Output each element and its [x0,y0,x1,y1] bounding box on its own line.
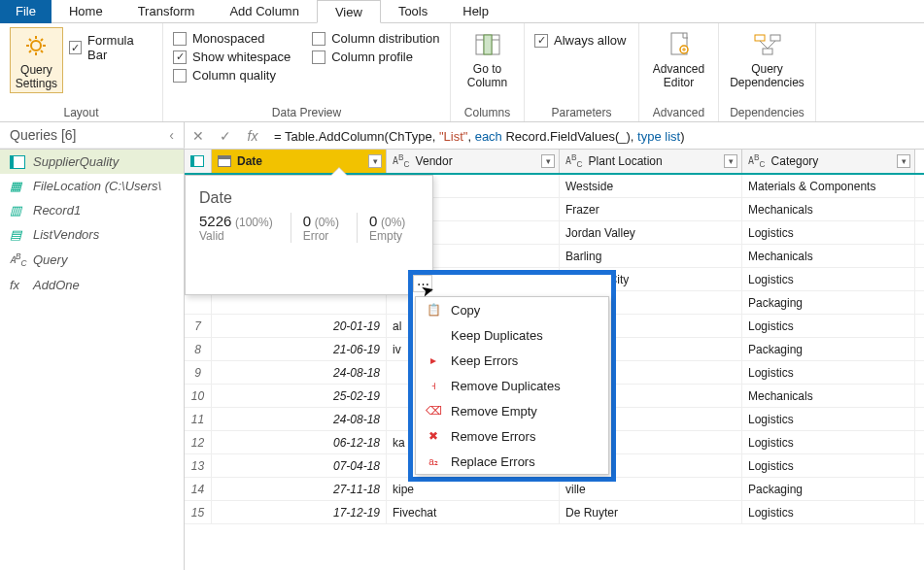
query-item-record1[interactable]: ▥Record1 [0,198,184,222]
advanced-editor-button[interactable]: Advanced Editor [649,27,708,91]
record-icon: ▥ [10,203,25,218]
cell-category: Packaging [742,291,915,314]
query-dependencies-button[interactable]: Query Dependencies [729,27,805,91]
always-allow-checkbox[interactable]: Always allow [534,33,629,48]
filter-dropdown-icon[interactable]: ▾ [541,154,555,168]
query-item-supplierquality[interactable]: SupplierQuality [0,150,184,174]
menu-copy[interactable]: 📋Copy [416,297,608,322]
tab-help[interactable]: Help [445,0,506,23]
menu-label: Remove Errors [451,429,535,444]
column-header-plant[interactable]: ABC Plant Location ▾ [560,150,742,173]
context-menu: 📋Copy Keep Duplicates ▸Keep Errors ⫞Remo… [415,296,609,475]
menu-label: Remove Empty [451,404,537,419]
table-icon [10,155,25,169]
context-menu-highlight: ⋯ 📋Copy Keep Duplicates ▸Keep Errors ⫞Re… [408,270,616,482]
monospaced-checkbox[interactable]: Monospaced [173,31,291,46]
filter-dropdown-icon[interactable]: ▾ [724,154,737,168]
column-header-label: Category [771,154,819,168]
data-grid: Date ▾ ABC Vendor ▾ ABC Plant Location ▾… [185,150,924,570]
menu-keep-duplicates[interactable]: Keep Duplicates [416,322,608,348]
menu-remove-duplicates[interactable]: ⫞Remove Duplicates [416,373,608,398]
tooltip-title: Date [199,189,419,207]
cell-date: 20-01-19 [212,315,387,337]
menu-remove-empty[interactable]: ⌫Remove Empty [416,398,608,423]
query-item-query[interactable]: ABCQuery [0,247,184,273]
svg-rect-20 [763,49,772,54]
row-number: 7 [185,315,212,337]
row-number: 13 [185,454,212,477]
svg-line-6 [41,50,43,52]
gear-icon [20,30,51,61]
document-icon [664,29,695,60]
menu-label: Keep Duplicates [451,328,543,343]
tab-home[interactable]: Home [51,0,120,23]
table-row[interactable]: 1517-12-19FivechatDe RuyterLogistics [185,501,924,524]
row-header[interactable] [185,150,212,173]
column-header-label: Vendor [416,154,453,168]
collapse-queries-icon[interactable]: ‹ [169,127,174,143]
column-header-vendor[interactable]: ABC Vendor ▾ [387,150,560,173]
query-settings-button[interactable]: Query Settings [10,27,63,93]
filter-dropdown-icon[interactable]: ▾ [368,154,382,168]
column-profile-checkbox[interactable]: Column profile [312,50,439,64]
abc-icon: ABC [10,251,25,268]
remove-errors-icon: ✖ [426,428,441,444]
row-number: 9 [185,361,212,384]
column-header-category[interactable]: ABC Category ▾ [742,150,915,173]
query-item-addone[interactable]: fxAddOne [0,273,184,297]
formula-text[interactable]: = Table.AddColumn(ChType, "List", each R… [266,129,924,144]
column-distribution-label: Column distribution [331,31,439,46]
formula-bar-checkbox[interactable]: Formula Bar [69,33,153,62]
menu-replace-errors[interactable]: a₂Replace Errors [416,449,608,474]
remove-empty-icon: ⌫ [426,403,441,419]
cell-plant: Frazer [560,198,742,220]
query-item-label: AddOne [33,278,80,292]
cell-date: 07-04-18 [212,454,387,477]
query-item-listvendors[interactable]: ▤ListVendors [0,222,184,247]
row-number: 8 [185,338,212,360]
cell-category: Logistics [742,221,915,244]
tab-file[interactable]: File [0,0,51,23]
dependency-icon [752,29,783,60]
tab-view[interactable]: View [317,0,381,23]
column-quality-tooltip: Date 5226 (100%)Valid 0 (0%)Error 0 (0%)… [185,175,433,295]
menu-label: Keep Errors [451,353,518,368]
text-type-icon: ABC [393,152,410,169]
row-number: 10 [185,385,212,407]
column-distribution-checkbox[interactable]: Column distribution [312,31,439,46]
cell-category: Packaging [742,478,915,500]
column-quality-checkbox[interactable]: Column quality [173,68,291,83]
tab-tools[interactable]: Tools [381,0,445,23]
svg-line-21 [760,41,768,49]
cell-plant: Barling [560,245,742,267]
advanced-editor-label: Advanced Editor [653,62,704,89]
svg-line-22 [768,41,775,49]
parameter-icon: ▦ [10,179,25,193]
goto-column-button[interactable]: Go to Column [461,27,514,91]
show-whitespace-label: Show whitespace [192,50,291,64]
formula-cancel-button[interactable]: ✕ [185,128,212,144]
formula-bar-label: Formula Bar [87,33,153,62]
ellipsis-icon[interactable]: ⋯ [413,275,432,292]
formula-accept-button[interactable]: ✓ [212,128,239,144]
ribbon-tabs: File Home Transform Add Column View Tool… [0,0,924,23]
query-item-filelocation[interactable]: ▦FileLocation (C:\Users\ [0,174,184,198]
filter-dropdown-icon[interactable]: ▾ [897,154,910,168]
cell-category: Mechanicals [742,385,915,407]
svg-line-8 [41,39,43,41]
cell-category: Logistics [742,315,915,337]
menu-label: Replace Errors [451,454,535,469]
cell-date: 24-08-18 [212,408,387,430]
group-layout-title: Layout [10,104,153,121]
svg-point-0 [31,41,41,50]
menu-keep-errors[interactable]: ▸Keep Errors [416,348,608,373]
cell-category: Logistics [742,454,915,477]
column-header-date[interactable]: Date ▾ [212,150,387,173]
tab-transform[interactable]: Transform [120,0,213,23]
goto-column-label: Go to Column [467,62,507,89]
tab-add-column[interactable]: Add Column [212,0,317,23]
menu-remove-errors[interactable]: ✖Remove Errors [416,423,608,449]
fx-icon[interactable]: fx [239,128,266,144]
cell-date: 27-11-18 [212,478,387,500]
show-whitespace-checkbox[interactable]: Show whitespace [173,50,291,64]
